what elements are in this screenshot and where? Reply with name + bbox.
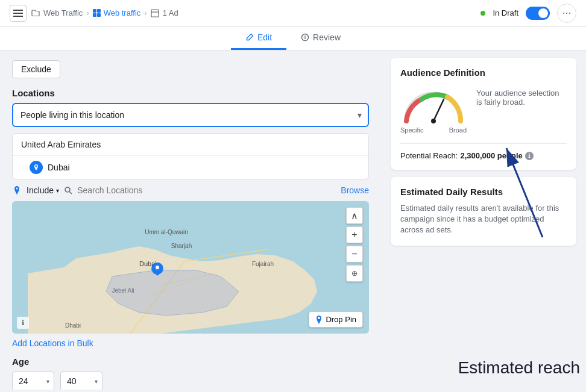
gauge-row: Specific Broad Your audience selection i…: [400, 86, 567, 134]
map-scroll-up-button[interactable]: ∧: [346, 207, 363, 224]
svg-text:Sharjah: Sharjah: [171, 243, 192, 249]
gauge-labels: Specific Broad: [400, 126, 467, 134]
svg-point-6: [304, 36, 306, 37]
age-max-wrapper: 25303540455055606565+ ▾: [60, 372, 102, 390]
svg-point-26: [431, 119, 436, 123]
location-country: United Arab Emirates: [13, 134, 368, 156]
estimated-daily-text: Estimated daily results aren't available…: [400, 203, 567, 236]
status-dot: [480, 11, 485, 16]
age-min-select[interactable]: 182124253035404550556065: [12, 372, 54, 390]
age-row: 182124253035404550556065 ▾ 2530354045505…: [12, 372, 369, 390]
potential-reach-row: Potential Reach: 2,300,000 people ℹ: [400, 143, 567, 160]
age-max-select[interactable]: 25303540455055606565+: [60, 372, 102, 390]
gauge-chart: [400, 86, 467, 125]
top-nav: Web Traffic › Web traffic › 1 Ad In Draf…: [0, 0, 586, 26]
breadcrumb: Web Traffic › Web traffic › 1 Ad: [31, 8, 178, 17]
drop-pin-button[interactable]: Drop Pin: [309, 311, 363, 328]
edit-icon: [245, 33, 254, 42]
audience-gauge-text: Your audience selection is fairly broad.: [476, 86, 567, 107]
location-dropdown-wrapper: People living in this location People li…: [12, 103, 369, 127]
audience-definition-title: Audience Definition: [400, 67, 567, 78]
svg-rect-3: [151, 10, 159, 17]
reach-info-icon[interactable]: ℹ: [525, 152, 534, 160]
svg-point-23: [156, 266, 159, 269]
right-panel: Audience Definition: [381, 51, 586, 390]
svg-line-25: [433, 99, 444, 121]
include-chevron: ▾: [56, 187, 59, 194]
svg-text:Umm al-Quwain: Umm al-Quwain: [145, 229, 188, 235]
breadcrumb-web-traffic-active[interactable]: Web traffic: [93, 8, 141, 17]
age-min-wrapper: 182124253035404550556065 ▾: [12, 372, 54, 390]
city-pin-icon: [30, 161, 43, 174]
city-name: Dubai: [48, 163, 70, 172]
left-panel: Exclude Locations People living in this …: [0, 51, 381, 390]
potential-reach-label: Potential Reach:: [400, 151, 458, 160]
estimated-reach-annotation: Estimated reach: [458, 358, 580, 378]
drop-pin-icon: [315, 316, 323, 324]
draft-toggle[interactable]: [526, 7, 550, 20]
age-section: Age 182124253035404550556065 ▾ 253035404…: [12, 356, 369, 390]
specific-label: Specific: [400, 126, 424, 134]
svg-point-8: [65, 187, 70, 192]
audience-definition-card: Audience Definition: [391, 58, 576, 170]
status-text: In Draft: [493, 8, 518, 17]
sidebar-icon: [13, 10, 23, 17]
location-city-dubai: Dubai: [13, 156, 368, 179]
pin-icon: [12, 185, 22, 195]
svg-rect-1: [13, 13, 23, 14]
location-list: United Arab Emirates Dubai: [12, 133, 369, 179]
folder-icon: [31, 9, 40, 17]
map-locate-button[interactable]: ⊕: [346, 265, 363, 282]
age-label: Age: [12, 356, 369, 367]
location-type-select[interactable]: People living in this location People li…: [12, 103, 369, 127]
svg-text:Dhabi: Dhabi: [65, 322, 81, 329]
locations-label: Locations: [12, 88, 369, 98]
breadcrumb-1ad[interactable]: 1 Ad: [163, 8, 178, 17]
tab-bar: Edit Review: [0, 26, 586, 51]
svg-rect-2: [13, 16, 23, 17]
broad-label: Broad: [449, 126, 467, 134]
include-row: Include ▾ Browse: [12, 185, 369, 195]
estimated-daily-title: Estimated Daily Results: [400, 187, 567, 197]
breadcrumb-chevron-1: ›: [86, 8, 89, 17]
add-locations-bulk-link[interactable]: Add Locations in Bulk: [12, 338, 369, 348]
more-options-button[interactable]: ···: [557, 4, 576, 23]
potential-reach-value: 2,300,000 people: [460, 151, 522, 160]
include-button[interactable]: Include ▾: [27, 185, 59, 195]
ad-icon: [151, 9, 159, 17]
breadcrumb-web-traffic[interactable]: Web Traffic: [43, 8, 83, 17]
map-info-button[interactable]: ℹ: [17, 317, 29, 329]
search-locations-input[interactable]: [77, 185, 336, 195]
sidebar-toggle-button[interactable]: [10, 5, 27, 22]
map-controls: ∧ + − ⊕: [346, 207, 363, 282]
breadcrumb-chevron-2: ›: [144, 8, 146, 17]
estimated-daily-card: Estimated Daily Results Estimated daily …: [391, 177, 576, 246]
map-container: Umm al-Quwain Sharjah Dubai Fujairah Jeb…: [12, 201, 369, 334]
svg-rect-0: [13, 10, 23, 11]
map-zoom-out-button[interactable]: −: [346, 246, 363, 263]
tab-review[interactable]: Review: [286, 26, 355, 50]
nav-right: In Draft ···: [480, 4, 576, 23]
grid-icon: [93, 9, 101, 17]
main-content: Exclude Locations People living in this …: [0, 51, 586, 390]
svg-point-24: [318, 317, 320, 319]
search-icon: [64, 186, 72, 194]
exclude-button[interactable]: Exclude: [12, 60, 60, 78]
tab-edit[interactable]: Edit: [231, 26, 286, 50]
svg-text:Fujairah: Fujairah: [252, 261, 274, 267]
review-icon: [301, 33, 309, 42]
browse-link[interactable]: Browse: [341, 185, 369, 195]
map-zoom-in-button[interactable]: +: [346, 226, 363, 243]
svg-line-9: [70, 192, 72, 194]
